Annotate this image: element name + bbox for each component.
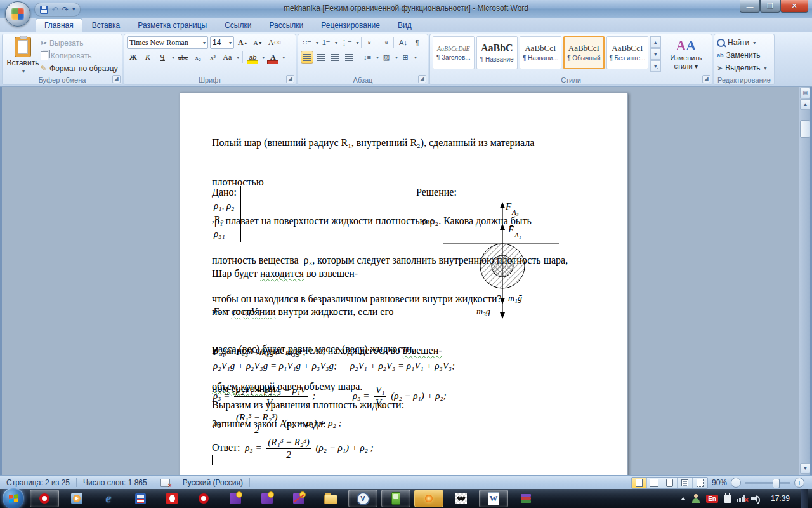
word-count[interactable]: Число слов: 1 865 bbox=[77, 476, 154, 490]
paste-button[interactable]: Вставить ▾ bbox=[5, 36, 41, 74]
vertical-scrollbar[interactable]: ▤ ▲ ▼ bbox=[799, 87, 810, 475]
justify-button[interactable] bbox=[343, 51, 355, 64]
taskbar-phone-app[interactable] bbox=[381, 490, 410, 507]
print-layout-view-button[interactable] bbox=[632, 478, 647, 488]
multilevel-list-button[interactable]: ⋮≡ bbox=[339, 36, 353, 49]
restore-button[interactable]: ❐ bbox=[760, 0, 780, 13]
format-painter-button[interactable]: ✎ Формат по образцу bbox=[41, 63, 118, 74]
tab-review[interactable]: Рецензирование bbox=[313, 19, 388, 32]
bold-button[interactable]: Ж bbox=[127, 51, 140, 64]
styles-dialog-launcher[interactable]: ◢ bbox=[702, 75, 710, 83]
font-dialog-launcher[interactable]: ◢ bbox=[286, 75, 294, 83]
taskbar-djvu[interactable]: V bbox=[348, 490, 377, 507]
borders-button[interactable]: ⊞ bbox=[399, 51, 412, 64]
highlight-button[interactable]: ab bbox=[246, 51, 259, 64]
tab-insert[interactable]: Вставка bbox=[84, 19, 129, 32]
zoom-slider[interactable] bbox=[745, 482, 790, 484]
taskbar-purple-app-2[interactable] bbox=[253, 490, 281, 507]
styles-scroll-up[interactable]: ▲ bbox=[650, 36, 661, 48]
ruler-toggle-button[interactable]: ▤ bbox=[800, 88, 811, 98]
find-button[interactable]: Найти▾ bbox=[717, 37, 771, 48]
replace-button[interactable]: ab Заменить bbox=[717, 50, 771, 61]
tab-view[interactable]: Вид bbox=[390, 19, 420, 32]
tab-page-layout[interactable]: Разметка страницы bbox=[129, 19, 215, 32]
clock[interactable]: 17:39 bbox=[766, 494, 795, 503]
bullets-button[interactable]: ∷≡ bbox=[301, 36, 313, 49]
select-button[interactable]: ➤ Выделить▾ bbox=[717, 62, 771, 74]
font-name-combo[interactable]: Times New Roman▾ bbox=[127, 36, 208, 49]
paste-dropdown-icon[interactable]: ▾ bbox=[22, 69, 25, 74]
style-no-spacing[interactable]: AaBbCcI ¶ Без инте... bbox=[606, 36, 648, 69]
style-title[interactable]: AaBbC ¶ Название bbox=[476, 36, 518, 69]
spellcheck-status[interactable] bbox=[154, 476, 176, 490]
line-spacing-button[interactable]: ↕≡ bbox=[361, 51, 374, 64]
user-tray-icon[interactable] bbox=[691, 494, 700, 503]
outline-view-button[interactable] bbox=[678, 478, 693, 488]
superscript-button[interactable]: x² bbox=[206, 51, 219, 64]
styles-gallery-expand[interactable]: ▼̱ bbox=[650, 60, 661, 72]
zoom-slider-thumb[interactable] bbox=[773, 479, 780, 488]
taskbar-purple-app-1[interactable] bbox=[221, 490, 249, 507]
tab-references[interactable]: Ссылки bbox=[216, 19, 259, 32]
increase-indent-button[interactable]: ⇥ bbox=[378, 36, 391, 49]
paragraph-dialog-launcher[interactable]: ◢ bbox=[418, 75, 426, 83]
taskbar-bat-app[interactable] bbox=[447, 490, 475, 507]
taskbar-winrar[interactable] bbox=[512, 490, 540, 507]
styles-scroll-down[interactable]: ▼ bbox=[650, 48, 661, 60]
zoom-out-button[interactable]: − bbox=[731, 478, 741, 488]
style-subtitle[interactable]: AaBbCcI ¶ Названи... bbox=[520, 36, 561, 69]
minimize-button[interactable]: — bbox=[740, 0, 760, 13]
font-color-button[interactable]: A bbox=[266, 51, 279, 64]
close-button[interactable]: ✕ bbox=[780, 0, 808, 13]
cut-button[interactable]: ✂ Вырезать bbox=[41, 37, 118, 49]
network-icon[interactable]: × bbox=[737, 495, 745, 502]
highlight-dropdown-icon[interactable]: ▾ bbox=[262, 55, 265, 60]
taskbar-opera-2[interactable] bbox=[190, 490, 218, 507]
tab-home[interactable]: Главная bbox=[36, 18, 82, 32]
taskbar-red-app[interactable] bbox=[158, 490, 186, 507]
strikethrough-button[interactable]: abc bbox=[176, 51, 190, 64]
copy-button[interactable]: Копировать bbox=[41, 50, 118, 62]
italic-button[interactable]: К bbox=[141, 51, 154, 64]
show-desktop-button[interactable] bbox=[801, 489, 808, 508]
change-case-button[interactable]: Aa bbox=[221, 51, 233, 64]
change-styles-button[interactable]: AA Изменить стили ▾ bbox=[663, 36, 709, 70]
font-color-dropdown-icon[interactable]: ▾ bbox=[282, 55, 285, 60]
taskbar-internet-explorer[interactable]: e bbox=[95, 490, 122, 507]
style-normal-selected[interactable]: AaBbCcI ¶ Обычный bbox=[563, 36, 605, 69]
language-indicator[interactable]: Русский (Россия) bbox=[176, 476, 249, 490]
scrollbar-thumb[interactable] bbox=[800, 120, 811, 138]
underline-button[interactable]: Ч bbox=[156, 51, 169, 64]
clear-formatting-button[interactable]: A⌫ bbox=[266, 36, 283, 49]
underline-dropdown-icon[interactable]: ▾ bbox=[172, 55, 174, 60]
taskbar-explorer[interactable] bbox=[317, 490, 344, 507]
draft-view-button[interactable] bbox=[693, 478, 707, 488]
taskbar-opera-active[interactable] bbox=[30, 490, 59, 507]
numbering-button[interactable]: 1≡ bbox=[320, 36, 332, 49]
align-right-button[interactable] bbox=[329, 51, 341, 64]
taskbar-save-app[interactable] bbox=[126, 490, 154, 507]
case-dropdown-icon[interactable]: ▾ bbox=[237, 55, 239, 60]
zoom-level[interactable]: 90% bbox=[712, 478, 727, 487]
clipboard-dialog-launcher[interactable]: ◢ bbox=[112, 75, 121, 83]
scroll-up-button[interactable]: ▲ bbox=[800, 99, 811, 110]
office-button[interactable] bbox=[5, 1, 30, 27]
web-layout-view-button[interactable] bbox=[662, 478, 678, 488]
volume-icon[interactable] bbox=[751, 495, 760, 503]
subscript-button[interactable]: x₂ bbox=[192, 51, 204, 64]
tab-mailings[interactable]: Рассылки bbox=[261, 19, 311, 32]
font-size-combo[interactable]: 14▾ bbox=[210, 36, 234, 49]
power-plug-icon[interactable] bbox=[724, 495, 731, 503]
align-left-button[interactable] bbox=[301, 51, 313, 64]
fullscreen-reading-view-button[interactable] bbox=[647, 478, 662, 488]
scroll-down-button[interactable]: ▼ bbox=[800, 463, 811, 474]
shrink-font-button[interactable]: A▼ bbox=[252, 36, 265, 49]
document-page[interactable]: Полый шар (внешний радиус R₁, внутренний… bbox=[180, 92, 628, 475]
grow-font-button[interactable]: A▲ bbox=[236, 36, 250, 49]
taskbar-media-player[interactable] bbox=[63, 490, 91, 507]
language-tray-indicator[interactable]: En bbox=[706, 495, 718, 503]
start-button[interactable] bbox=[3, 488, 24, 508]
style-heading[interactable]: AaBbCcDdE ¶ Заголов... bbox=[433, 36, 475, 69]
show-marks-button[interactable]: ¶ bbox=[410, 36, 423, 49]
shading-button[interactable]: ▨ bbox=[380, 51, 393, 64]
